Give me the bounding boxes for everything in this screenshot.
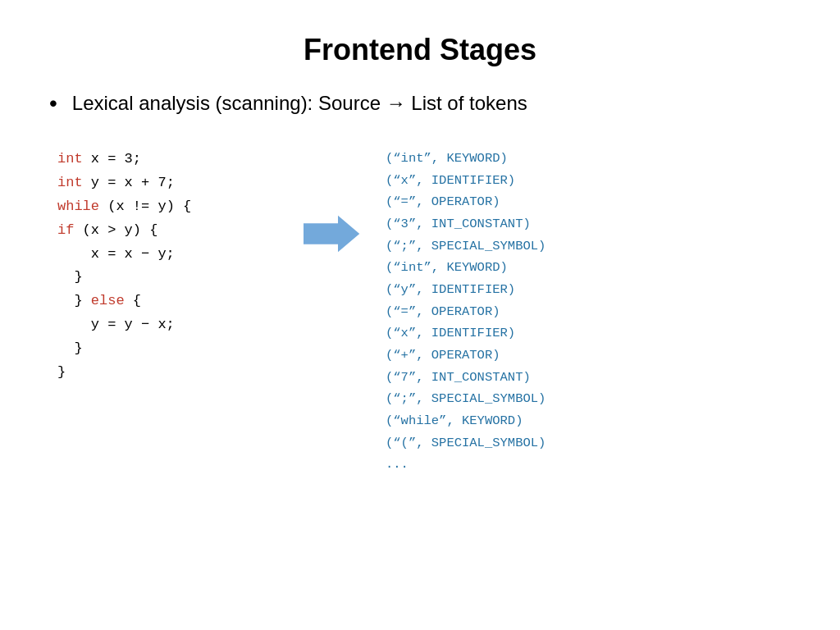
code-line-7: } else {: [57, 290, 279, 313]
right-arrow-icon: [304, 213, 361, 254]
code-line-4: if (x > y) {: [57, 219, 279, 243]
token-line-10: (“+”, OPERATOR): [386, 345, 546, 367]
arrow-container: [279, 213, 386, 254]
code-line-2: int y = x + 7;: [57, 171, 279, 195]
token-line-6: (“int”, KEYWORD): [386, 257, 546, 279]
token-line-2: (“x”, IDENTIFIER): [386, 170, 546, 192]
code-line-5: x = x − y;: [57, 243, 279, 267]
token-line-7: (“y”, IDENTIFIER): [386, 279, 546, 301]
slide: Frontend Stages • Lexical analysis (scan…: [0, 0, 840, 630]
token-line-13: (“while”, KEYWORD): [386, 410, 546, 432]
code-line-10: }: [57, 361, 279, 385]
bullet-point: • Lexical analysis (scanning): Source → …: [49, 92, 791, 115]
token-line-5: (“;”, SPECIAL_SYMBOL): [386, 235, 546, 258]
token-line-14: (“(”, SPECIAL_SYMBOL): [386, 432, 546, 454]
bullet-text: Lexical analysis (scanning): Source → Li…: [72, 92, 527, 115]
slide-title: Frontend Stages: [49, 33, 791, 67]
code-line-3: while (x != y) {: [57, 195, 279, 219]
token-line-4: (“3”, INT_CONSTANT): [386, 213, 546, 235]
code-line-6: }: [57, 266, 279, 290]
token-line-1: (“int”, KEYWORD): [386, 148, 546, 170]
code-line-1: int x = 3;: [57, 148, 279, 171]
bullet-dot: •: [49, 92, 57, 115]
token-line-9: (“x”, IDENTIFIER): [386, 322, 546, 345]
tokens-block: (“int”, KEYWORD) (“x”, IDENTIFIER) (“=”,…: [386, 148, 546, 476]
code-line-9: }: [57, 337, 279, 361]
token-line-8: (“=”, OPERATOR): [386, 301, 546, 323]
token-line-ellipsis: ...: [386, 454, 546, 476]
token-line-3: (“=”, OPERATOR): [386, 191, 546, 213]
content-area: int x = 3; int y = x + 7; while (x != y)…: [49, 148, 791, 476]
token-line-12: (“;”, SPECIAL_SYMBOL): [386, 388, 546, 410]
code-line-8: y = y − x;: [57, 313, 279, 337]
token-line-11: (“7”, INT_CONSTANT): [386, 367, 546, 389]
svg-marker-0: [304, 216, 359, 253]
code-block: int x = 3; int y = x + 7; while (x != y)…: [49, 148, 279, 385]
